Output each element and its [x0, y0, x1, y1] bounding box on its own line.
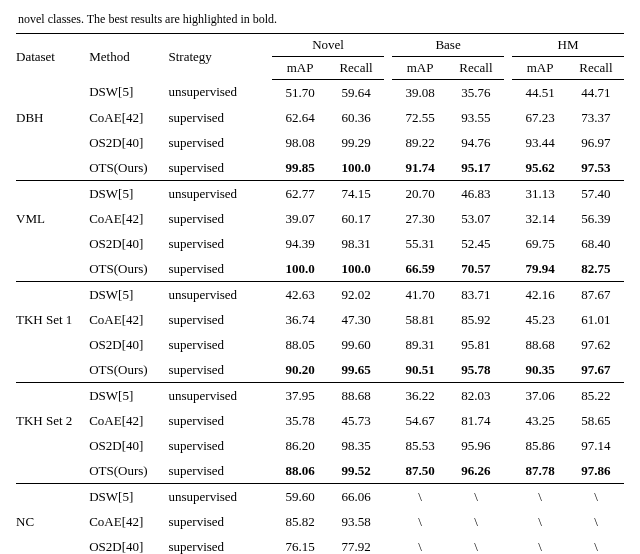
table-row: OTS(Ours)supervised99.85100.091.7495.179… [16, 155, 624, 181]
value-cell: 94.76 [448, 130, 504, 155]
dataset-cell [16, 181, 89, 207]
table-row: OTS(Ours)supervised90.2099.6590.5195.789… [16, 357, 624, 383]
method-cell: DSW[5] [89, 181, 168, 207]
value-cell: \ [448, 534, 504, 554]
value-cell: 79.94 [512, 256, 568, 282]
col-group-novel: Novel [272, 34, 384, 57]
value-cell: 54.67 [392, 408, 448, 433]
value-cell: 83.71 [448, 282, 504, 308]
col-hm-recall: Recall [568, 57, 624, 80]
value-cell: \ [568, 534, 624, 554]
value-cell: \ [448, 484, 504, 510]
value-cell: 58.65 [568, 408, 624, 433]
col-hm-map: mAP [512, 57, 568, 80]
value-cell: 42.63 [272, 282, 328, 308]
value-cell: 44.71 [568, 80, 624, 106]
table-row: DSW[5]unsupervised51.7059.6439.0835.7644… [16, 80, 624, 106]
value-cell: 39.08 [392, 80, 448, 106]
dataset-cell [16, 155, 89, 181]
col-group-base: Base [392, 34, 504, 57]
value-cell: 90.20 [272, 357, 328, 383]
results-table: Dataset Method Strategy Novel Base HM mA… [16, 33, 624, 554]
value-cell: 88.05 [272, 332, 328, 357]
table-row: TKH Set 1CoAE[42]supervised36.7447.3058.… [16, 307, 624, 332]
value-cell: \ [568, 509, 624, 534]
value-cell: 37.06 [512, 383, 568, 409]
value-cell: 99.65 [328, 357, 384, 383]
value-cell: 76.15 [272, 534, 328, 554]
col-base-map: mAP [392, 57, 448, 80]
method-cell: CoAE[42] [89, 206, 168, 231]
dataset-cell: TKH Set 1 [16, 307, 89, 332]
value-cell: 66.06 [328, 484, 384, 510]
value-cell: 93.55 [448, 105, 504, 130]
value-cell: 42.16 [512, 282, 568, 308]
value-cell: 95.17 [448, 155, 504, 181]
value-cell: 81.74 [448, 408, 504, 433]
method-cell: OTS(Ours) [89, 256, 168, 282]
strategy-cell: supervised [168, 534, 264, 554]
value-cell: 95.62 [512, 155, 568, 181]
value-cell: 100.0 [328, 155, 384, 181]
value-cell: 46.83 [448, 181, 504, 207]
table-row: DSW[5]unsupervised59.6066.06\\\\ [16, 484, 624, 510]
method-cell: CoAE[42] [89, 307, 168, 332]
value-cell: 37.95 [272, 383, 328, 409]
value-cell: 87.50 [392, 458, 448, 484]
dataset-cell [16, 80, 89, 106]
table-row: OS2D[40]supervised88.0599.6089.3195.8188… [16, 332, 624, 357]
col-method: Method [89, 34, 168, 80]
table-row: OS2D[40]supervised76.1577.92\\\\ [16, 534, 624, 554]
method-cell: OTS(Ours) [89, 155, 168, 181]
method-cell: CoAE[42] [89, 509, 168, 534]
dataset-cell [16, 357, 89, 383]
value-cell: 97.86 [568, 458, 624, 484]
strategy-cell: supervised [168, 105, 264, 130]
value-cell: 85.53 [392, 433, 448, 458]
value-cell: 88.68 [328, 383, 384, 409]
value-cell: 68.40 [568, 231, 624, 256]
col-group-hm: HM [512, 34, 624, 57]
value-cell: 44.51 [512, 80, 568, 106]
table-row: VMLCoAE[42]supervised39.0760.1727.3053.0… [16, 206, 624, 231]
value-cell: 92.02 [328, 282, 384, 308]
value-cell: \ [512, 534, 568, 554]
table-row: DSW[5]unsupervised42.6392.0241.7083.7142… [16, 282, 624, 308]
value-cell: 85.92 [448, 307, 504, 332]
value-cell: 89.22 [392, 130, 448, 155]
dataset-cell [16, 458, 89, 484]
method-cell: OTS(Ours) [89, 458, 168, 484]
value-cell: 85.22 [568, 383, 624, 409]
value-cell: 74.15 [328, 181, 384, 207]
method-cell: OS2D[40] [89, 534, 168, 554]
value-cell: 56.39 [568, 206, 624, 231]
value-cell: 94.39 [272, 231, 328, 256]
value-cell: 27.30 [392, 206, 448, 231]
value-cell: 97.62 [568, 332, 624, 357]
value-cell: 88.68 [512, 332, 568, 357]
value-cell: 31.13 [512, 181, 568, 207]
caption-fragment: novel classes. The best results are high… [18, 12, 624, 27]
value-cell: 88.06 [272, 458, 328, 484]
col-base-recall: Recall [448, 57, 504, 80]
value-cell: 97.14 [568, 433, 624, 458]
value-cell: 98.08 [272, 130, 328, 155]
value-cell: 72.55 [392, 105, 448, 130]
value-cell: 82.03 [448, 383, 504, 409]
value-cell: 62.64 [272, 105, 328, 130]
value-cell: 95.78 [448, 357, 504, 383]
method-cell: OTS(Ours) [89, 357, 168, 383]
dataset-cell: TKH Set 2 [16, 408, 89, 433]
value-cell: 86.20 [272, 433, 328, 458]
strategy-cell: unsupervised [168, 181, 264, 207]
value-cell: 45.73 [328, 408, 384, 433]
strategy-cell: supervised [168, 357, 264, 383]
value-cell: 87.67 [568, 282, 624, 308]
value-cell: 90.35 [512, 357, 568, 383]
dataset-cell: NC [16, 509, 89, 534]
strategy-cell: supervised [168, 458, 264, 484]
table-row: DSW[5]unsupervised62.7774.1520.7046.8331… [16, 181, 624, 207]
strategy-cell: supervised [168, 307, 264, 332]
dataset-cell: DBH [16, 105, 89, 130]
strategy-cell: supervised [168, 408, 264, 433]
